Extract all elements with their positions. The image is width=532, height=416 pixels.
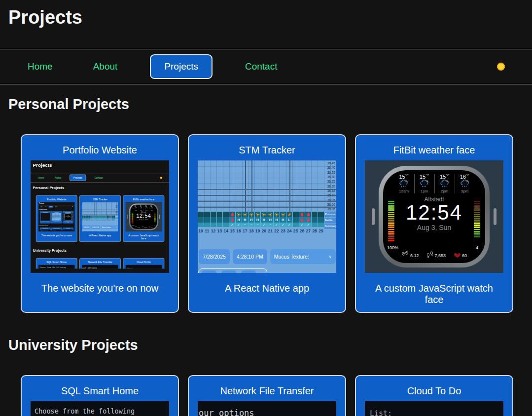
weather-temp: 15°C xyxy=(399,174,409,180)
stm-axis-label: 35.95 xyxy=(327,207,335,211)
letter-code: H xyxy=(250,218,252,222)
stm-day-number: 13 xyxy=(217,228,223,233)
card-fitbit-weather-face: FitBit weather face 15°C12am15°C1pm15°C2… xyxy=(355,134,513,313)
wave-icon: ~ xyxy=(250,223,252,227)
stm-day-column: ✓26 xyxy=(299,212,305,233)
letter-code: H xyxy=(244,218,246,222)
projects-page: Projects Home About Projects Contact Per… xyxy=(31,160,169,269)
gauge-segment xyxy=(474,231,480,232)
letter-code: H xyxy=(256,218,259,222)
stm-time-button: 4:28:10 PM xyxy=(233,249,267,264)
check-icon: ✓ xyxy=(231,223,234,227)
gauge-segment xyxy=(474,229,480,230)
section-title-personal: Personal Projects xyxy=(0,96,532,113)
stm-day-number: 17 xyxy=(242,228,248,233)
sql-smart-home-thumbnail: Choose from the following options:1) Cre… xyxy=(31,401,169,416)
stm-controls: 7/28/2025 4:28:10 PM Mucus Texture: ∨ xyxy=(199,249,336,264)
gauge-segment xyxy=(474,206,480,207)
stm-row-label: Fertile xyxy=(324,218,336,223)
card-description: The website you're on now xyxy=(41,283,158,294)
watch-heart-rate-stat: 60 xyxy=(454,251,467,258)
stm-day-column: 28 xyxy=(312,212,318,233)
terminal-screenshot: our options xyxy=(198,401,336,416)
gauge-segment xyxy=(388,232,394,233)
stm-day-column: 14 xyxy=(223,212,229,233)
card-title: STM Tracker xyxy=(239,144,295,156)
stm-date-button: 7/28/2025 xyxy=(199,249,230,264)
stm-day-column: H~21 xyxy=(267,212,273,233)
stm-day-column: H✓20 xyxy=(261,212,267,233)
stm-day-number: 23 xyxy=(280,228,286,233)
gauge-segment xyxy=(388,234,394,235)
gauge-segment xyxy=(388,229,394,230)
card-sql-smart-home: SQL Smart Home Choose from the following… xyxy=(21,375,179,416)
weather-time: 12am xyxy=(399,189,409,193)
card-title: Network File Transfer xyxy=(220,385,314,397)
stm-day-column: 25 xyxy=(293,212,299,233)
stm-axis-label: 36.45 xyxy=(327,161,335,165)
stm-thumbnail: 36.4536.4036.3536.3036.2536.2036.1536.10… xyxy=(198,160,336,273)
stm-row-labels: P mucusFertileSummary xyxy=(324,212,336,229)
watch-battery-label: 100% xyxy=(387,245,398,250)
gauge-segment xyxy=(388,225,394,226)
stm-mucus-dropdown: Mucus Texture: ∨ xyxy=(270,249,336,264)
gauge-segment xyxy=(474,227,480,228)
weather-time: 2pm xyxy=(441,189,449,193)
stm-day-number: 20 xyxy=(261,228,267,233)
gauge-segment xyxy=(388,208,394,209)
projects-page: Projects Home About Projects Contact Per… xyxy=(0,0,532,416)
stm-day-number: 21 xyxy=(267,228,273,233)
theme-toggle-button[interactable] xyxy=(496,61,506,72)
stm-app-screenshot: 36.4536.4036.3536.3036.2536.2036.1536.10… xyxy=(198,160,336,273)
gauge-segment xyxy=(388,210,394,211)
stm-temperature-chart: 36.4536.4036.3536.3036.2536.2036.1536.10… xyxy=(198,160,336,212)
chevron-down-icon: ∨ xyxy=(329,255,332,259)
nav-home[interactable]: Home xyxy=(20,55,61,78)
weather-temp: 15°C xyxy=(440,174,449,180)
gauge-segment xyxy=(388,223,394,224)
gauge-segment xyxy=(474,236,480,237)
watch-time: 12:54 xyxy=(383,203,485,223)
portfolio-thumbnail: Projects Home About Projects Contact Per… xyxy=(31,160,169,273)
gauge-segment xyxy=(388,214,394,215)
personal-projects-row: Portfolio Website Projects Home About Pr… xyxy=(21,134,514,313)
nav-contact[interactable]: Contact xyxy=(237,55,285,78)
gauge-segment xyxy=(388,222,394,223)
gauge-segment xyxy=(388,240,394,241)
letter-code: H xyxy=(269,218,272,222)
check-icon: ✓ xyxy=(288,223,291,227)
watch-city: Altstadt xyxy=(383,196,485,203)
recursive-screenshot: Projects Home About Projects Contact Per… xyxy=(31,160,169,273)
main-nav: Home About Projects Contact xyxy=(0,49,532,84)
heart-icon xyxy=(454,251,461,258)
stm-day-column: 11 xyxy=(204,212,210,233)
stm-day-number: 16 xyxy=(236,228,242,233)
nav-about[interactable]: About xyxy=(85,55,126,78)
card-description: A custom JavaScript watch face xyxy=(365,283,503,305)
gauge-segment xyxy=(474,203,480,204)
card-network-file-transfer: Network File Transfer our options xyxy=(188,375,346,416)
stm-day-strip: 1011121314✓15H✓16H~17H~18H~19H✓20H~21H✓2… xyxy=(198,212,336,233)
rain-cloud-icon xyxy=(440,180,450,189)
letter-code: H xyxy=(237,218,240,222)
stm-day-number: 12 xyxy=(211,228,216,233)
card-portfolio-website: Portfolio Website Projects Home About Pr… xyxy=(21,134,179,313)
stm-day-number: 15 xyxy=(229,228,235,233)
check-icon: ✓ xyxy=(275,223,278,227)
watch-steps-stat: 7,653 xyxy=(426,251,446,258)
stm-axis-label: 36.15 xyxy=(327,189,335,193)
page-title: Projects xyxy=(0,0,532,49)
gauge-segment xyxy=(388,218,394,219)
watch-right-gauge-label: 4 xyxy=(476,245,478,250)
gauge-segment xyxy=(388,201,394,202)
wave-icon: ~ xyxy=(269,223,271,227)
stm-day-column: H~18 xyxy=(248,212,254,233)
stm-day-column: 12 xyxy=(211,212,216,233)
stm-axis-label: 36.35 xyxy=(327,170,335,175)
stm-day-column: 29 xyxy=(318,212,324,233)
nav-projects[interactable]: Projects xyxy=(150,54,213,79)
check-icon: ✓ xyxy=(300,223,303,227)
gauge-segment xyxy=(388,206,394,207)
stm-day-number: 22 xyxy=(274,228,280,233)
watch-date: Aug 3, Sun xyxy=(383,224,485,231)
